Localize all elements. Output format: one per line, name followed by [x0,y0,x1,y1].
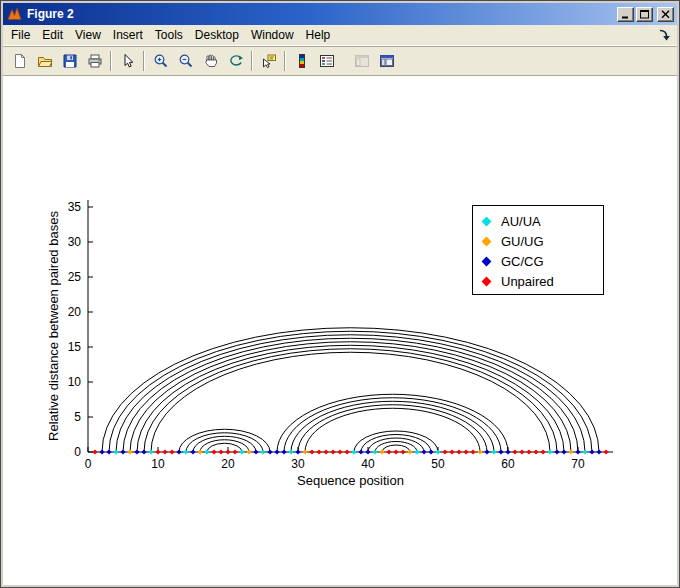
svg-text:25: 25 [68,270,82,284]
figure-window: Figure 2 File Edit View Insert Tools Des… [0,0,680,588]
rotate-3d-button[interactable] [224,49,247,73]
dock-figure-icon[interactable] [657,28,671,42]
svg-text:30: 30 [68,235,82,249]
new-figure-icon [12,53,28,69]
arc-plot[interactable]: 01020304050607005101520253035Sequence po… [3,76,677,585]
menu-desktop[interactable]: Desktop [189,25,245,45]
minimize-icon [621,10,631,19]
window-title: Figure 2 [27,7,615,21]
print-figure-icon [87,53,103,69]
menu-window[interactable]: Window [245,25,300,45]
save-figure-button[interactable] [58,49,81,73]
hide-plot-tools-button [350,49,373,73]
data-cursor-icon [261,53,277,69]
open-file-button[interactable] [33,49,56,73]
svg-text:10: 10 [68,375,82,389]
pan-button[interactable] [199,49,222,73]
figure-canvas[interactable]: 01020304050607005101520253035Sequence po… [3,76,677,585]
svg-text:Sequence position: Sequence position [297,473,404,488]
menu-insert[interactable]: Insert [107,25,149,45]
new-figure-button[interactable] [8,49,31,73]
legend-label-gu-ug: GU/UG [501,234,544,249]
zoom-in-button[interactable] [149,49,172,73]
menu-view[interactable]: View [69,25,107,45]
toolbar-separator [251,51,253,71]
print-figure-button[interactable] [83,49,106,73]
pan-icon [203,53,219,69]
svg-text:50: 50 [431,457,445,471]
menu-tools[interactable]: Tools [149,25,189,45]
toolbar-separator [284,51,286,71]
edit-plot-icon [120,53,136,69]
legend-label-au-ua: AU/UA [501,214,541,229]
svg-text:40: 40 [361,457,375,471]
insert-colorbar-button[interactable] [290,49,313,73]
show-plot-tools-button[interactable] [375,49,398,73]
title-bar[interactable]: Figure 2 [3,3,677,25]
gu-ug-marker-icon [482,236,492,246]
minimize-button[interactable] [617,7,634,22]
show-plot-tools-icon [379,53,395,69]
svg-text:15: 15 [68,340,82,354]
insert-colorbar-icon [294,53,310,69]
edit-plot-button[interactable] [116,49,139,73]
rotate-3d-icon [228,53,244,69]
open-file-icon [37,53,53,69]
legend-item-unpaired: Unpaired [473,271,603,291]
plot-legend[interactable]: AU/UA GU/UG GC/CG Unpaired [472,205,604,295]
svg-text:70: 70 [571,457,585,471]
svg-text:30: 30 [291,457,305,471]
insert-legend-icon [319,53,335,69]
toolbar-separator [110,51,112,71]
au-ua-marker-icon [482,216,492,226]
legend-item-au-ua: AU/UA [473,211,603,231]
svg-text:0: 0 [85,457,92,471]
svg-text:0: 0 [74,445,81,459]
menu-bar: File Edit View Insert Tools Desktop Wind… [3,25,677,46]
svg-text:10: 10 [151,457,165,471]
zoom-in-icon [153,53,169,69]
zoom-out-button[interactable] [174,49,197,73]
figure-toolbar [3,46,677,76]
close-icon [661,10,671,19]
svg-text:5: 5 [74,410,81,424]
insert-legend-button[interactable] [315,49,338,73]
hide-plot-tools-icon [354,53,370,69]
matlab-figure-icon [7,6,23,22]
menu-file[interactable]: File [5,25,36,45]
legend-item-gc-cg: GC/CG [473,251,603,271]
legend-item-gu-ug: GU/UG [473,231,603,251]
unpaired-marker-icon [482,276,492,286]
legend-label-gc-cg: GC/CG [501,254,544,269]
close-button[interactable] [657,7,674,22]
svg-text:60: 60 [501,457,515,471]
svg-text:20: 20 [221,457,235,471]
save-figure-icon [62,53,78,69]
toolbar-separator [143,51,145,71]
maximize-button[interactable] [636,7,653,22]
maximize-icon [640,10,650,19]
menu-edit[interactable]: Edit [36,25,69,45]
menu-help[interactable]: Help [300,25,337,45]
gc-cg-marker-icon [482,256,492,266]
zoom-out-icon [178,53,194,69]
svg-text:20: 20 [68,305,82,319]
svg-text:35: 35 [68,200,82,214]
svg-text:Relative distance between pair: Relative distance between paired bases [46,211,61,441]
legend-label-unpaired: Unpaired [501,274,554,289]
data-cursor-button[interactable] [257,49,280,73]
